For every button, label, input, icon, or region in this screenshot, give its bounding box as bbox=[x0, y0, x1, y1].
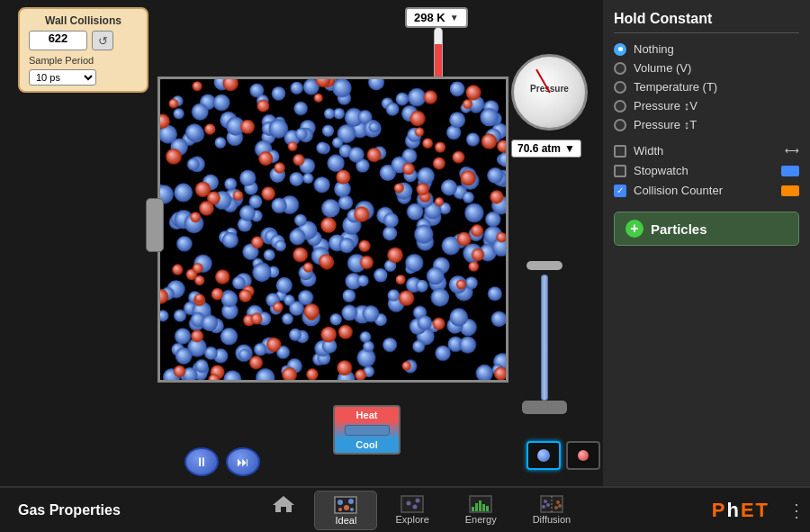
checkbox-collision[interactable]: Collision Counter bbox=[614, 184, 799, 197]
svg-point-9 bbox=[413, 504, 418, 509]
particle-canvas bbox=[160, 79, 506, 380]
sample-period-select[interactable]: 10 ps 50 ps 100 ps bbox=[29, 69, 96, 86]
checkbox-width[interactable]: Width ⟷ bbox=[614, 144, 799, 158]
radio-temperature[interactable]: Temperature (T) bbox=[614, 80, 799, 94]
radio-temperature-circle bbox=[614, 81, 626, 94]
svg-rect-16 bbox=[486, 506, 489, 511]
tab-diffusion[interactable]: Diffusion bbox=[515, 491, 590, 530]
phet-logo: PhET bbox=[698, 499, 783, 522]
temperature-display: 298 K ▼ bbox=[405, 7, 468, 28]
tab-ideal-label: Ideal bbox=[336, 515, 357, 526]
svg-rect-13 bbox=[475, 503, 478, 511]
blue-particle-dot bbox=[537, 449, 550, 462]
svg-rect-14 bbox=[479, 500, 482, 511]
svg-point-2 bbox=[338, 500, 343, 505]
wall-collisions-panel: Wall Collisions 622 ↺ Sample Period 10 p… bbox=[18, 7, 148, 93]
tab-energy[interactable]: Energy bbox=[447, 491, 515, 530]
blue-particle-button[interactable] bbox=[526, 441, 561, 470]
svg-rect-12 bbox=[472, 507, 474, 511]
explore-icon bbox=[400, 494, 425, 514]
tab-diffusion-label: Diffusion bbox=[533, 514, 572, 525]
pressure-gauge: Pressure bbox=[511, 54, 601, 135]
radio-pressure-t-circle bbox=[614, 119, 626, 131]
tab-energy-label: Energy bbox=[465, 514, 497, 525]
reset-button[interactable]: ↺ bbox=[92, 31, 113, 50]
radio-pressure-t-label: Pressure ↕T bbox=[634, 118, 697, 131]
heat-label: Heat bbox=[356, 410, 378, 420]
right-panel: Hold Constant Nothing Volume (V) Tempera… bbox=[603, 0, 810, 486]
red-particle-button[interactable] bbox=[566, 441, 600, 470]
nav-tabs: Ideal Explore Energy bbox=[144, 491, 698, 530]
svg-point-3 bbox=[344, 505, 349, 510]
pump-base bbox=[522, 401, 567, 414]
collision-counter-icon bbox=[781, 185, 799, 196]
radio-pressure-t[interactable]: Pressure ↕T bbox=[614, 118, 799, 131]
svg-point-22 bbox=[556, 500, 560, 504]
radio-volume-label: Volume (V) bbox=[634, 61, 691, 75]
hold-constant-title: Hold Constant bbox=[614, 11, 799, 33]
radio-temperature-label: Temperature (T) bbox=[634, 80, 717, 94]
checkbox-collision-label: Collision Counter bbox=[634, 184, 774, 197]
pressure-arrow[interactable]: ▼ bbox=[564, 142, 575, 155]
pressure-value-display: 70.6 atm ▼ bbox=[511, 140, 581, 158]
step-icon: ⏭ bbox=[237, 455, 249, 469]
pause-icon: ⏸ bbox=[195, 455, 208, 469]
sample-period-label: Sample Period bbox=[29, 55, 138, 66]
checkbox-width-box bbox=[614, 145, 626, 158]
checkbox-group: Width ⟷ Stopwatch Collision Counter bbox=[614, 144, 799, 197]
stopwatch-icon bbox=[781, 166, 799, 176]
particles-label: Particles bbox=[651, 221, 707, 237]
heat-cool-slider[interactable] bbox=[345, 425, 390, 436]
gas-container bbox=[158, 77, 508, 383]
wall-collisions-title: Wall Collisions bbox=[29, 14, 138, 27]
app-title: Gas Properties bbox=[0, 502, 144, 518]
more-button[interactable]: ⋮ bbox=[783, 500, 810, 521]
diffusion-icon bbox=[539, 494, 564, 514]
playback-controls: ⏸ ⏭ bbox=[184, 447, 260, 476]
radio-volume-circle bbox=[614, 62, 626, 75]
radio-nothing-label: Nothing bbox=[634, 42, 674, 56]
pump-handle[interactable] bbox=[526, 261, 562, 270]
pump-tube bbox=[541, 275, 548, 401]
temperature-value: 298 K bbox=[414, 11, 446, 24]
pause-button[interactable]: ⏸ bbox=[184, 447, 219, 476]
particles-button[interactable]: + Particles bbox=[614, 212, 799, 246]
width-arrows-icon: ⟷ bbox=[785, 145, 799, 157]
svg-point-20 bbox=[542, 505, 545, 509]
svg-marker-0 bbox=[273, 496, 294, 512]
checkbox-collision-box bbox=[614, 185, 626, 197]
particle-selector bbox=[526, 441, 600, 470]
home-icon bbox=[271, 494, 296, 514]
pressure-value: 70.6 atm bbox=[518, 142, 561, 155]
tab-explore-label: Explore bbox=[395, 514, 428, 525]
tab-explore[interactable]: Explore bbox=[377, 491, 446, 530]
svg-point-19 bbox=[544, 500, 547, 503]
tab-home[interactable] bbox=[253, 491, 314, 530]
pump[interactable] bbox=[522, 261, 567, 441]
heat-cool-control: Heat Cool bbox=[333, 405, 400, 455]
svg-point-5 bbox=[338, 508, 342, 511]
svg-point-23 bbox=[554, 506, 558, 509]
step-button[interactable]: ⏭ bbox=[226, 447, 260, 476]
svg-rect-7 bbox=[401, 496, 423, 512]
bottom-bar: Gas Properties Ideal bbox=[0, 486, 810, 532]
heat-cool-bucket: Heat Cool bbox=[333, 405, 400, 455]
energy-icon bbox=[468, 494, 493, 514]
radio-pressure-v[interactable]: Pressure ↕V bbox=[614, 99, 799, 113]
svg-point-8 bbox=[407, 500, 411, 505]
checkbox-stopwatch[interactable]: Stopwatch bbox=[614, 164, 799, 177]
radio-nothing[interactable]: Nothing bbox=[614, 42, 799, 56]
temperature-arrow[interactable]: ▼ bbox=[450, 13, 459, 23]
checkbox-width-label: Width bbox=[634, 144, 778, 158]
tab-ideal[interactable]: Ideal bbox=[314, 491, 377, 530]
svg-point-6 bbox=[350, 508, 354, 511]
svg-point-24 bbox=[558, 504, 562, 508]
particles-plus-icon: + bbox=[626, 220, 644, 238]
svg-rect-15 bbox=[482, 504, 485, 511]
radio-volume[interactable]: Volume (V) bbox=[614, 61, 799, 75]
hold-constant-radio-group: Nothing Volume (V) Temperature (T) Press… bbox=[614, 42, 799, 131]
svg-point-10 bbox=[416, 498, 420, 502]
svg-point-21 bbox=[546, 503, 550, 507]
wall-handle[interactable] bbox=[146, 198, 164, 252]
svg-point-4 bbox=[348, 499, 354, 504]
